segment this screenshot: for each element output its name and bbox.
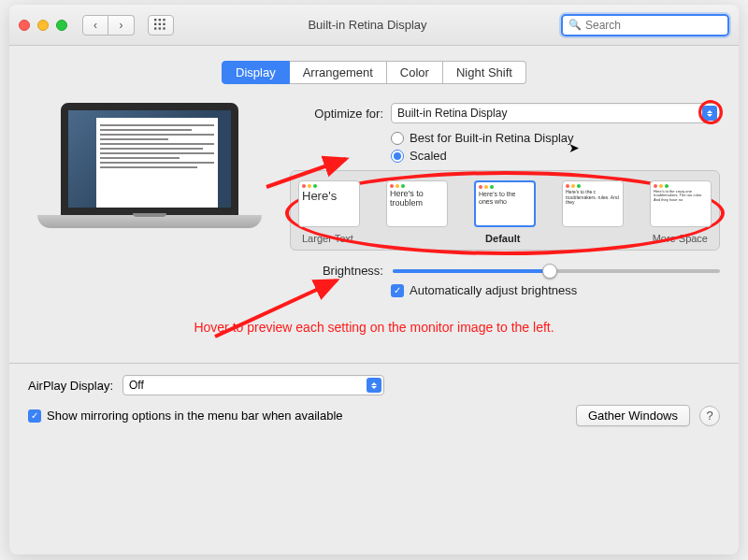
divider <box>9 363 739 364</box>
search-input[interactable] <box>585 19 726 32</box>
svg-rect-5 <box>163 22 165 24</box>
airplay-select[interactable]: Off <box>122 375 384 395</box>
svg-rect-0 <box>154 19 156 21</box>
slider-knob-icon <box>542 264 557 279</box>
svg-rect-8 <box>163 27 165 29</box>
forward-button[interactable]: › <box>108 15 135 36</box>
brightness-slider[interactable] <box>393 269 720 273</box>
more-space-label: More Space <box>653 233 708 244</box>
scale-thumb-3[interactable]: Here's to the c troublemakers. rules. An… <box>562 180 624 227</box>
bottom-panel: AirPlay Display: Off ✓ Show mirroring op… <box>9 375 739 439</box>
optimize-select[interactable]: Built-in Retina Display <box>391 103 720 123</box>
grid-icon <box>154 19 167 32</box>
radio-icon <box>391 150 404 163</box>
svg-rect-6 <box>154 27 156 29</box>
window-title: Built-in Retina Display <box>181 18 554 32</box>
auto-brightness-label: Automatically adjust brightness <box>410 283 577 297</box>
scale-thumb-0[interactable]: Here's <box>298 180 360 227</box>
display-preview <box>28 103 271 297</box>
airplay-value: Off <box>129 379 144 392</box>
search-icon: 🔍 <box>568 19 582 31</box>
optimize-value: Built-in Retina Display <box>397 107 507 120</box>
zoom-icon[interactable] <box>56 20 67 31</box>
brightness-label: Brightness: <box>290 264 383 278</box>
stepper-icon <box>367 378 381 393</box>
svg-rect-7 <box>159 27 161 29</box>
tab-bar: Display Arrangement Color Night Shift <box>28 61 720 84</box>
resolution-radios: Best for Built-in Retina Display Scaled <box>391 131 720 163</box>
scale-picker: Here's Here's to troublem Here's to the … <box>290 170 720 251</box>
svg-rect-2 <box>163 19 165 21</box>
show-all-button[interactable] <box>148 15 174 36</box>
larger-text-label: Larger Text <box>302 233 353 244</box>
tab-arrangement[interactable]: Arrangement <box>290 61 387 84</box>
radio-scaled[interactable]: Scaled <box>391 149 720 163</box>
close-icon[interactable] <box>19 20 30 31</box>
svg-rect-1 <box>159 19 161 21</box>
tab-color[interactable]: Color <box>387 61 443 84</box>
minimize-icon[interactable] <box>37 20 49 31</box>
radio-best-label: Best for Built-in Retina Display <box>410 131 574 145</box>
checkbox-icon: ✓ <box>28 409 41 423</box>
mirroring-label: Show mirroring options in the menu bar w… <box>47 409 343 423</box>
tab-night-shift[interactable]: Night Shift <box>443 61 526 84</box>
airplay-label: AirPlay Display: <box>28 379 113 393</box>
scale-thumb-4[interactable]: Here's to the crazy one troublemakers. T… <box>650 180 712 227</box>
gather-windows-button[interactable]: Gather Windows <box>576 405 690 426</box>
brightness-row: Brightness: <box>290 264 720 278</box>
laptop-base-icon <box>37 215 262 228</box>
titlebar: ‹ › Built-in Retina Display 🔍 <box>9 5 739 46</box>
default-label: Default <box>485 233 520 244</box>
scale-thumb-2[interactable]: Here's to the ones who <box>474 180 536 227</box>
mirroring-checkbox-row[interactable]: ✓ Show mirroring options in the menu bar… <box>28 409 343 423</box>
radio-icon <box>391 132 404 145</box>
laptop-screen-icon <box>61 103 238 215</box>
help-button[interactable]: ? <box>699 406 720 426</box>
search-field[interactable]: 🔍 <box>561 14 729 36</box>
auto-brightness-row[interactable]: ✓ Automatically adjust brightness <box>391 283 720 297</box>
radio-scaled-label: Scaled <box>410 149 447 163</box>
optimize-label: Optimize for: <box>290 107 383 121</box>
tab-display[interactable]: Display <box>222 61 290 84</box>
checkbox-icon: ✓ <box>391 284 404 297</box>
content-area: Display Arrangement Color Night Shift Op… <box>9 46 739 346</box>
annotation-circle-icon <box>698 100 723 124</box>
svg-rect-3 <box>154 22 156 24</box>
annotation-text: Hover to preview each setting on the mon… <box>28 320 720 335</box>
scale-thumb-1[interactable]: Here's to troublem <box>386 180 448 227</box>
settings-panel: Optimize for: Built-in Retina Display Be… <box>290 103 720 297</box>
radio-best[interactable]: Best for Built-in Retina Display <box>391 131 720 145</box>
window-controls <box>19 20 67 31</box>
prefs-window: ‹ › Built-in Retina Display 🔍 Display Ar… <box>9 5 739 554</box>
svg-rect-4 <box>159 22 161 24</box>
back-button[interactable]: ‹ <box>82 15 108 36</box>
nav-buttons: ‹ › <box>82 15 135 36</box>
